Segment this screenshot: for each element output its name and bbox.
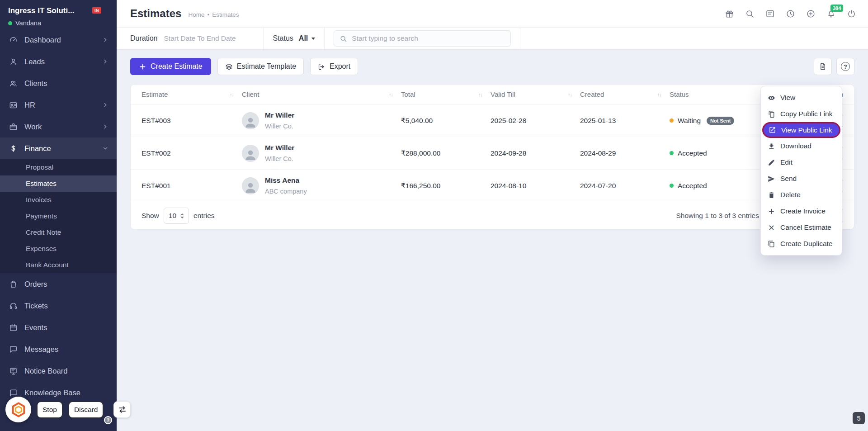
created-value: 2025-01-13 [580,117,670,125]
search-icon [340,35,347,43]
menu-item-copy-public-link[interactable]: Copy Public Link [761,106,842,122]
sidebar-subitem-invoices[interactable]: Invoices [0,192,117,208]
column-header-estimate[interactable]: Estimate↑↓ [142,90,242,98]
sidebar-item-clients[interactable]: Clients [0,72,117,94]
filter-divider [520,28,520,49]
menu-item-create-invoice[interactable]: Create Invoice [761,203,842,219]
sidebar-item-label: Orders [24,280,47,289]
help-icon: ? [841,62,850,71]
estimate-number: EST#002 [142,149,242,157]
sidebar-subitem-credit-note[interactable]: Credit Note [0,224,117,241]
search-icon[interactable] [745,9,755,19]
layers-icon [225,63,233,71]
trash-icon [768,191,775,199]
swap-button[interactable] [113,401,131,418]
sidebar-subitem-bank-account[interactable]: Bank Account [0,257,117,273]
tickets-icon [9,302,18,310]
menu-item-download[interactable]: Download [761,138,842,154]
column-header-client[interactable]: Client↑↓ [242,90,401,98]
notes-icon[interactable] [765,9,775,19]
online-status-dot [8,21,12,25]
breadcrumb-home[interactable]: Home [188,11,204,18]
menu-item-view-public-link[interactable]: View Public Link [762,122,840,138]
export-button[interactable]: Export [310,58,358,75]
sidebar-item-label: HR [24,101,35,109]
file-invoice-icon [819,62,827,71]
company-name[interactable]: Ingress IT Soluti... [8,6,74,15]
created-value: 2024-08-29 [580,149,670,157]
column-header-total[interactable]: Total↑↓ [401,90,491,98]
created-value: 2024-07-20 [580,182,670,190]
client-company: Willer Co. [265,155,294,162]
clients-icon [9,79,18,88]
sidebar-item-messages[interactable]: Messages [0,338,117,360]
sidebar-item-finance[interactable]: Finance [0,137,117,159]
table-footer: Show 10 entries Showing 1 to 3 of 3 entr… [131,202,854,229]
stop-button[interactable]: Stop [37,401,63,418]
column-header-valid-till[interactable]: Valid Till↑↓ [491,90,580,98]
sidebar-item-events[interactable]: Events [0,317,117,338]
plus-circle-icon[interactable] [806,9,816,19]
user-name: Vandana [15,19,41,27]
sidebar-item-label: Clients [24,79,47,88]
sidebar-subitem-proposal[interactable]: Proposal [0,159,117,175]
sidebar-subitem-payments[interactable]: Payments [0,208,117,224]
gift-icon[interactable] [725,9,734,19]
sidebar-item-hr[interactable]: HR [0,94,117,116]
sidebar-item-tickets[interactable]: Tickets [0,295,117,317]
menu-item-edit[interactable]: Edit [761,154,842,171]
page-size-select[interactable]: 10 [164,208,189,224]
status-dot [670,184,674,188]
sidebar-item-work[interactable]: Work [0,116,117,137]
sidebar-subitem-estimates[interactable]: Estimates [0,175,117,192]
topbar: Estimates Home • Estimates 384 [117,0,868,28]
total-value: ₹5,040.00 [401,117,491,125]
menu-item-create-duplicate[interactable]: Create Duplicate [761,236,842,252]
menu-item-cancel-estimate[interactable]: Cancel Estimate [761,219,842,236]
discard-button[interactable]: Discard [68,401,104,418]
help-bubble[interactable]: ? [104,416,112,424]
menu-item-delete[interactable]: Delete [761,187,842,203]
app-logo[interactable] [5,397,31,422]
history-icon[interactable] [786,9,795,19]
sidebar-item-label: Work [24,123,42,131]
user-row: Vandana [8,19,108,27]
duration-input[interactable] [164,34,254,43]
filter-divider [324,28,325,49]
status-text: Accepted [678,182,707,190]
valid-till-value: 2024-08-10 [491,182,580,190]
create-estimate-button[interactable]: Create Estimate [130,58,211,75]
breadcrumb-separator: • [207,11,209,18]
topbar-icons: 384 [725,9,856,19]
send-icon [768,175,775,183]
invoice-view-button[interactable] [814,58,832,75]
help-button[interactable]: ? [836,58,854,75]
sort-icon: ↑↓ [568,92,572,97]
sort-icon: ↑↓ [389,92,393,97]
menu-item-view[interactable]: View [761,90,842,106]
menu-item-send[interactable]: Send [761,171,842,187]
sidebar-subitem-expenses[interactable]: Expenses [0,241,117,257]
estimate-template-button[interactable]: Estimate Template [217,58,304,75]
main-area: Estimates Home • Estimates 384 Duration … [117,0,868,230]
sidebar-item-orders[interactable]: Orders [0,273,117,295]
eye-icon [768,94,775,102]
client-company: Willer Co. [265,123,294,130]
valid-till-value: 2024-09-28 [491,149,580,157]
sidebar-item-dashboard[interactable]: Dashboard [0,29,117,51]
search-input[interactable] [352,34,505,43]
show-label: Show [142,212,159,220]
power-icon[interactable] [847,9,856,19]
status-filter-select[interactable]: All [299,34,315,43]
notifications-button[interactable]: 384 [826,9,836,19]
leads-icon [9,57,18,66]
search-box [334,30,511,47]
column-header-created[interactable]: Created↑↓ [580,90,670,98]
estimate-number: EST#003 [142,117,242,125]
sidebar-item-notice-board[interactable]: Notice Board [0,360,117,382]
sidebar-item-leads[interactable]: Leads [0,51,117,72]
duration-label: Duration [130,34,157,43]
table-row: EST#002 Mr Willer Willer Co. ₹288,000.00… [131,137,854,170]
avatar [242,177,259,194]
toolbar-right: ? [814,58,854,75]
